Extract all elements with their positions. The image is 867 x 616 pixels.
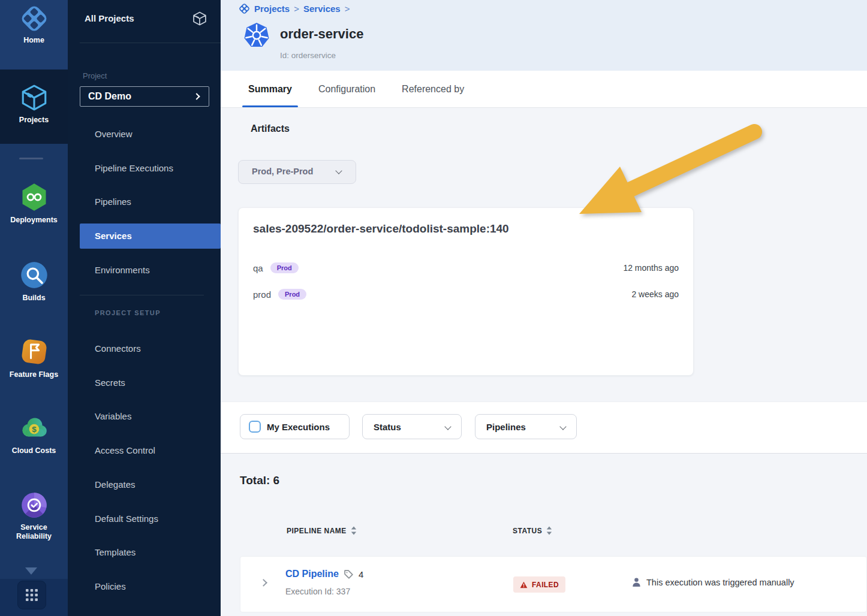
- kubernetes-icon: [243, 22, 270, 49]
- pipelines-filter-dropdown[interactable]: Pipelines: [475, 414, 577, 439]
- main-content: Projects > Services > order-service: [221, 0, 867, 616]
- sidebar-item-pipeline-executions[interactable]: Pipeline Executions: [68, 156, 221, 181]
- user-icon: [631, 577, 642, 587]
- tab-bar: Summary Configuration Referenced by: [221, 71, 867, 108]
- trigger-info-label: This execution was triggered manually: [646, 578, 794, 587]
- environment-filter-dropdown[interactable]: Prod, Pre-Prod: [238, 160, 356, 184]
- chevron-down-icon: [559, 423, 566, 430]
- all-projects-row[interactable]: All Projects: [68, 10, 221, 28]
- project-sidebar: All Projects Project CD Demo Overview Pi…: [68, 0, 221, 616]
- tab-configuration[interactable]: Configuration: [318, 71, 375, 107]
- column-header-label: STATUS: [513, 527, 542, 535]
- deployed-time: 12 months ago: [623, 263, 679, 273]
- sidebar-item-secrets[interactable]: Secrets: [68, 370, 221, 395]
- sidebar-item-pipelines[interactable]: Pipelines: [68, 189, 221, 215]
- environment-filter-value: Prod, Pre-Prod: [252, 167, 313, 176]
- artifact-card: sales-209522/order-service/todolist-samp…: [238, 207, 694, 376]
- breadcrumb: Projects > Services >: [239, 3, 350, 14]
- rail-item-cloud-costs[interactable]: $ Cloud Costs: [0, 412, 68, 455]
- feature-flags-icon: [19, 336, 50, 367]
- artifacts-heading: Artifacts: [251, 123, 290, 134]
- sidebar-item-environments[interactable]: Environments: [68, 258, 221, 283]
- breadcrumb-projects[interactable]: Projects: [254, 4, 290, 14]
- sidebar-item-policies[interactable]: Policies: [68, 574, 221, 599]
- sort-icon[interactable]: [546, 526, 552, 535]
- my-executions-toggle[interactable]: My Executions: [240, 414, 350, 439]
- execution-id-label: Execution Id: 337: [285, 587, 350, 596]
- breadcrumb-services[interactable]: Services: [303, 4, 341, 14]
- status-badge-label: FAILED: [532, 581, 559, 589]
- cube-icon: [19, 83, 49, 113]
- sidebar-item-access-control[interactable]: Access Control: [68, 438, 221, 463]
- warning-triangle-icon: [520, 581, 528, 588]
- tab-referenced-by[interactable]: Referenced by: [402, 71, 464, 107]
- builds-icon: [19, 259, 50, 291]
- project-setup-label: PROJECT SETUP: [95, 309, 161, 316]
- column-header-label: PIPELINE NAME: [287, 527, 347, 535]
- app-window: Home Projects Deployments: [0, 0, 867, 616]
- sidebar-item-delegates[interactable]: Delegates: [68, 472, 221, 497]
- rail-item-feature-flags[interactable]: Feature Flags: [0, 336, 68, 379]
- my-executions-checkbox[interactable]: [249, 421, 261, 433]
- service-reliability-icon: [19, 490, 49, 520]
- column-header-pipeline-name: PIPELINE NAME: [287, 526, 357, 535]
- rail-divider: [19, 158, 43, 159]
- artifact-env-row: qa Prod 12 months ago: [253, 259, 679, 276]
- project-selector-value: CD Demo: [88, 91, 131, 102]
- rail-item-projects[interactable]: Projects: [0, 83, 68, 125]
- rail-item-home[interactable]: Home: [0, 4, 68, 45]
- svg-text:$: $: [32, 425, 37, 434]
- pipelines-filter-label: Pipelines: [486, 422, 526, 432]
- service-id-label: Id: orderservice: [280, 51, 336, 60]
- pipeline-name-link[interactable]: CD Pipeline: [285, 569, 339, 579]
- cloud-costs-icon: $: [18, 412, 50, 443]
- sidebar-item-variables[interactable]: Variables: [68, 404, 221, 429]
- trigger-info-cell: This execution was triggered manually: [631, 577, 794, 587]
- tab-summary[interactable]: Summary: [248, 71, 292, 107]
- rail-label-service-reliability: Service Reliability: [4, 523, 64, 541]
- breadcrumb-separator: >: [345, 4, 350, 14]
- rail-label-cloud-costs: Cloud Costs: [0, 446, 68, 455]
- sidebar-divider: [80, 295, 204, 295]
- status-filter-label: Status: [374, 422, 401, 432]
- sidebar-item-overview[interactable]: Overview: [68, 122, 221, 147]
- status-filter-dropdown[interactable]: Status: [362, 414, 462, 439]
- harness-logo-icon: [20, 4, 49, 33]
- env-type-badge: Prod: [270, 262, 299, 273]
- status-badge: FAILED: [513, 576, 565, 593]
- deployments-icon: [19, 182, 50, 213]
- sidebar-item-templates[interactable]: Templates: [68, 540, 221, 565]
- page-title: order-service: [280, 26, 363, 42]
- grid-icon: [25, 588, 38, 602]
- execution-table-row[interactable]: CD Pipeline 4 Execution Id: 337 FAILED: [240, 556, 867, 612]
- chevron-down-icon: [444, 423, 451, 430]
- rail-label-projects: Projects: [0, 116, 68, 125]
- all-projects-label: All Projects: [85, 13, 134, 23]
- sort-icon[interactable]: [351, 526, 357, 535]
- row-expand-chevron-icon[interactable]: [260, 579, 267, 587]
- sidebar-item-services[interactable]: Services: [80, 224, 221, 249]
- tag-count: 4: [359, 569, 363, 579]
- project-cube-icon[interactable]: [191, 10, 208, 29]
- page-header: Projects > Services > order-service: [221, 0, 867, 71]
- rail-label-builds: Builds: [0, 294, 68, 303]
- sidebar-item-default-settings[interactable]: Default Settings: [68, 506, 221, 532]
- pipeline-name-cell: CD Pipeline 4: [285, 569, 363, 579]
- rail-scroll-down-icon[interactable]: [25, 567, 37, 575]
- my-executions-label: My Executions: [267, 422, 330, 432]
- breadcrumb-separator: >: [294, 4, 299, 14]
- rail-label-deployments: Deployments: [0, 216, 68, 225]
- project-selector[interactable]: CD Demo: [80, 86, 209, 107]
- chevron-right-icon: [193, 93, 200, 99]
- rail-label-feature-flags: Feature Flags: [0, 370, 68, 379]
- module-grid-button[interactable]: [17, 581, 46, 609]
- total-count-label: Total: 6: [240, 474, 279, 487]
- rail-item-builds[interactable]: Builds: [0, 259, 68, 303]
- deployed-time: 2 weeks ago: [631, 289, 679, 299]
- rail-item-service-reliability[interactable]: Service Reliability: [0, 490, 68, 541]
- rail-label-home: Home: [0, 36, 68, 45]
- executions-filter-bar: My Executions Status Pipelines: [221, 401, 867, 454]
- sidebar-item-connectors[interactable]: Connectors: [68, 336, 221, 361]
- rail-item-deployments[interactable]: Deployments: [0, 182, 68, 225]
- harness-logo-icon: [239, 3, 250, 14]
